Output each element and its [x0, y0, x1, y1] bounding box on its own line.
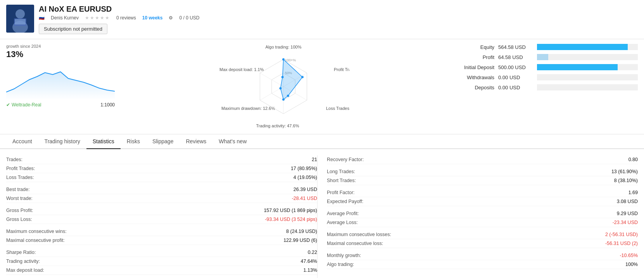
radar-label-deposit: Max deposit load: 1.1%	[219, 67, 264, 72]
stats-col-left: Trades: 21 Profit Trades: 17 (80.95%) Lo…	[6, 155, 317, 278]
equity-bar-container	[537, 44, 638, 50]
equity-bar	[537, 44, 628, 50]
stat-avg-loss: Average Loss: -23.34 USD	[327, 218, 638, 227]
growth-percentage: 13%	[6, 49, 115, 59]
broker-name: ✔ Weltrade-Real	[6, 102, 41, 108]
radar-label-algo: Algo trading: 100%	[265, 45, 301, 49]
broker-info: ✔ Weltrade-Real 1:1000	[6, 102, 115, 108]
svg-point-15	[282, 58, 285, 61]
svg-text:100+%: 100+%	[285, 58, 296, 62]
stat-spacer-r1	[327, 164, 638, 167]
stat-max-consec-wins: Maximum consecutive wins: 8 (24.19 USD)	[6, 227, 317, 236]
profit-value: 64.58 USD	[498, 54, 533, 60]
stat-spacer-r4	[327, 227, 638, 230]
fee-icon: ⚙	[169, 15, 173, 21]
stat-spacer1	[6, 182, 317, 185]
avatar	[6, 5, 34, 33]
svg-point-16	[301, 76, 304, 78]
reviews-count: 0 reviews	[116, 15, 136, 21]
svg-point-18	[282, 98, 285, 101]
profit-bar	[537, 54, 548, 60]
tabs-bar: Account Trading history Statistics Risks…	[0, 134, 644, 149]
svg-point-19	[279, 87, 281, 89]
stat-gross-loss: Gross Loss: -93.34 USD (3 524 pips)	[6, 215, 317, 224]
initial-deposit-value: 500.00 USD	[498, 64, 533, 70]
withdrawals-bar-container	[537, 74, 638, 80]
weeks-badge: 10 weeks	[142, 15, 163, 21]
page-title: AI NoX EA EURUSD	[39, 5, 638, 14]
radar-label-loss: Loss Trades: 19%	[326, 106, 349, 111]
stat-trades: Trades: 21	[6, 155, 317, 164]
stat-spacer-r6	[327, 269, 638, 272]
equity-value: 564.58 USD	[498, 44, 533, 50]
leverage-value: 1:1000	[100, 102, 115, 108]
statistics-content: Trades: 21 Profit Trades: 17 (80.95%) Lo…	[0, 149, 644, 278]
stat-expected-payoff: Expected Payoff: 3.08 USD	[327, 197, 638, 206]
chart-section: growth since 2024 13% ✔ Weltrade-Real 1:…	[6, 44, 115, 129]
stat-spacer-r2	[327, 185, 638, 188]
header-section: AI NoX EA EURUSD 🇷🇺 Denis Kurnev ★★★★★ 0…	[0, 0, 644, 39]
flag-icon: 🇷🇺	[39, 15, 45, 21]
tab-account[interactable]: Account	[6, 134, 38, 149]
financial-stats: Equity 564.58 USD Profit 64.58 USD Initi…	[452, 44, 638, 129]
stat-trading-activity: Trading activity: 47.64%	[6, 257, 317, 266]
withdrawals-label: Withdrawals	[452, 75, 494, 80]
stat-spacer5	[6, 275, 317, 278]
svg-point-20	[281, 76, 283, 78]
deposits-row: Deposits 0.00 USD	[452, 84, 638, 90]
stat-max-consec-loss: Maximal consecutive loss: -56.31 USD (2)	[327, 239, 638, 248]
main-overview: growth since 2024 13% ✔ Weltrade-Real 1:…	[0, 39, 644, 134]
deposits-label: Deposits	[452, 85, 494, 90]
drawdown-relative-header: Relative drawdown:	[327, 275, 638, 278]
initial-deposit-bar-container	[537, 64, 638, 70]
stat-profit-trades: Profit Trades: 17 (80.95%)	[6, 164, 317, 173]
stat-loss-trades: Loss Trades: 4 (19.05%)	[6, 173, 317, 182]
radar-section: Algo trading: 100% Profit Trades: 81% Lo…	[121, 44, 445, 129]
stat-short-trades: Short Trades: 8 (38.10%)	[327, 176, 638, 185]
tab-trading-history[interactable]: Trading history	[38, 134, 86, 149]
initial-deposit-label: Initial Deposit	[452, 64, 494, 70]
tab-slippage[interactable]: Slippage	[146, 134, 180, 149]
stat-gross-profit: Gross Profit: 157.92 USD (1 869 pips)	[6, 206, 317, 215]
stat-best-trade: Best trade: 26.39 USD	[6, 185, 317, 194]
header-meta: 🇷🇺 Denis Kurnev ★★★★★ 0 reviews 10 weeks…	[39, 15, 638, 21]
check-icon: ✔	[6, 102, 10, 108]
svg-rect-5	[15, 19, 26, 24]
stat-max-consec-losses: Maximum consecutive losses: 2 (-56.31 US…	[327, 230, 638, 239]
stat-spacer4	[6, 245, 317, 248]
star-rating: ★★★★★	[85, 15, 110, 21]
subscription-button[interactable]: Subscription not permitted	[39, 24, 107, 34]
stat-profit-factor: Profit Factor: 1.69	[327, 188, 638, 197]
equity-label: Equity	[452, 44, 494, 50]
stats-col-right: Recovery Factor: 0.80 Long Trades: 13 (6…	[317, 155, 638, 278]
svg-point-17	[287, 95, 289, 97]
deposits-bar-container	[537, 84, 638, 90]
tab-risks[interactable]: Risks	[121, 134, 146, 149]
stat-monthly-growth: Monthly growth: -10.65%	[327, 251, 638, 260]
stat-max-consec-profit: Maximal consecutive profit: 122.99 USD (…	[6, 236, 317, 245]
stat-algo-trading: Algo trading: 100%	[327, 260, 638, 269]
svg-marker-6	[6, 72, 115, 100]
tab-whats-new[interactable]: What's new	[212, 134, 253, 149]
stat-long-trades: Long Trades: 13 (61.90%)	[327, 167, 638, 176]
line-chart	[6, 61, 115, 100]
tab-statistics[interactable]: Statistics	[86, 134, 121, 149]
withdrawals-row: Withdrawals 0.00 USD	[452, 74, 638, 80]
profit-label: Profit	[452, 54, 494, 60]
stat-recovery: Recovery Factor: 0.80	[327, 155, 638, 164]
stat-avg-profit: Average Profit: 9.29 USD	[327, 209, 638, 218]
profit-bar-container	[537, 54, 638, 60]
profit-row: Profit 64.58 USD	[452, 54, 638, 60]
equity-row: Equity 564.58 USD	[452, 44, 638, 50]
tab-reviews[interactable]: Reviews	[180, 134, 212, 149]
author-name: Denis Kurnev	[51, 15, 79, 21]
initial-deposit-bar	[537, 64, 618, 70]
header-info: AI NoX EA EURUSD 🇷🇺 Denis Kurnev ★★★★★ 0…	[39, 5, 638, 34]
stat-worst-trade: Worst trade: -28.41 USD	[6, 194, 317, 203]
radar-label-drawdown: Maximum drawdown: 12.6%	[221, 106, 275, 111]
radar-label-profit: Profit Trades: 81%	[334, 67, 349, 72]
growth-since-label: growth since 2024	[6, 44, 115, 49]
radar-label-activity: Trading activity: 47.6%	[256, 123, 299, 128]
svg-point-2	[16, 9, 25, 19]
stat-sharpe: Sharpe Ratio: 0.22	[6, 248, 317, 257]
